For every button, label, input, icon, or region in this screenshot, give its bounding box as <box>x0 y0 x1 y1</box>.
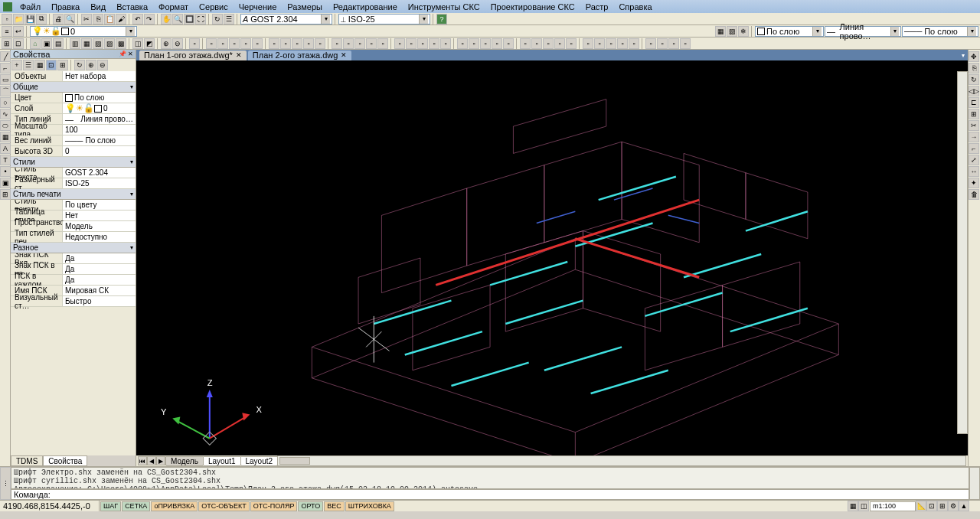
prop-value[interactable]: ─── По слою <box>62 135 136 145</box>
mtext-icon[interactable]: T <box>0 155 11 165</box>
layeriso-icon[interactable]: ▦ <box>715 26 726 37</box>
layerprev-icon[interactable]: ↩ <box>13 26 24 37</box>
fillet-icon[interactable]: ⌐ <box>969 143 979 154</box>
prop-value[interactable]: GOST 2.304 <box>62 168 136 178</box>
lineweight-combo[interactable]: ─── По слою ▾ <box>902 26 978 37</box>
dwg-tab-1[interactable]: План 1-ого этажа.dwg*✕ <box>139 51 247 60</box>
prop-tool-1[interactable]: + <box>11 60 22 70</box>
prop-value[interactable]: Быстро <box>62 296 136 306</box>
menu-file[interactable]: Файл <box>15 2 45 12</box>
props-icon[interactable]: ☰ <box>224 14 234 24</box>
tool-41[interactable]: ▫ <box>520 38 531 49</box>
explode-icon[interactable]: ✦ <box>969 178 979 188</box>
status-отс-объект[interactable]: ОТС-ОБЪЕКТ <box>198 501 249 511</box>
extend-icon[interactable]: → <box>969 132 979 142</box>
tool-22[interactable]: ▫ <box>280 38 291 49</box>
help-icon[interactable]: ? <box>436 14 447 24</box>
menu-service[interactable]: Сервис <box>194 2 233 12</box>
scale-display[interactable]: m1:100 <box>870 501 916 511</box>
command-prompt[interactable]: Команда: <box>11 489 969 500</box>
color-combo[interactable]: По слою ▾ <box>755 26 824 37</box>
dimstyle-combo[interactable]: ⟂ ISO-25 ▾ <box>338 14 430 24</box>
tool-13[interactable]: ⊕ <box>161 38 172 49</box>
tool-11[interactable]: ◫ <box>132 38 143 49</box>
layerfreeze-icon[interactable]: ❄ <box>738 26 749 37</box>
tool-25[interactable]: ▫ <box>315 38 325 49</box>
tool-38[interactable]: ▫ <box>480 38 491 49</box>
status-отс-поляр[interactable]: ОТС-ПОЛЯР <box>250 501 298 511</box>
tabs-dropdown-icon[interactable]: ▾ <box>962 52 968 59</box>
prop-category[interactable]: Стили <box>11 157 136 168</box>
rotate-icon[interactable]: ↻ <box>969 74 979 85</box>
horizontal-scrollbar[interactable] <box>277 455 966 466</box>
menu-sks-design[interactable]: Проектирование СКС <box>486 2 580 12</box>
new-icon[interactable]: ▫ <box>2 14 12 24</box>
tool-12[interactable]: ◩ <box>144 38 155 49</box>
ellipse-icon[interactable]: ⬭ <box>0 120 11 131</box>
tool-31[interactable]: ▫ <box>394 38 405 49</box>
scale-icon[interactable]: ⤢ <box>969 155 979 165</box>
tool-43[interactable]: ▫ <box>543 38 554 49</box>
prop-value[interactable]: — Линия прово… <box>62 114 136 124</box>
status-шаг[interactable]: ШАГ <box>100 501 121 511</box>
cut-icon[interactable]: ✂ <box>81 14 92 24</box>
textstyle-combo[interactable]: A GOST 2.304 ▾ <box>240 14 332 24</box>
tool-36[interactable]: ▫ <box>457 38 468 49</box>
copy2-icon[interactable]: ⎘ <box>969 63 979 73</box>
tool-9[interactable]: ▨ <box>104 38 115 49</box>
status-icon-7[interactable]: ▲ <box>959 501 969 511</box>
tool-26[interactable]: ▫ <box>332 38 342 49</box>
prop-value[interactable]: Мировая СК <box>62 286 136 295</box>
line-icon[interactable]: ╱ <box>0 51 11 62</box>
layout1-tab[interactable]: Layout1 <box>203 456 241 466</box>
menu-view[interactable]: Вид <box>86 2 110 12</box>
tab-tdms[interactable]: TDMS <box>11 455 43 466</box>
tool-50[interactable]: ▫ <box>629 38 639 49</box>
tool-18[interactable]: ▫ <box>229 38 240 49</box>
redo-icon[interactable]: ↷ <box>144 14 155 24</box>
tool-40[interactable]: ▫ <box>503 38 514 49</box>
prop-value[interactable]: 100 <box>62 125 136 135</box>
status-штриховка[interactable]: ШТРИХОВКА <box>345 501 394 511</box>
array-icon[interactable]: ⊞ <box>969 109 979 119</box>
stretch-icon[interactable]: ↔ <box>969 166 979 177</box>
paste-icon[interactable]: 📋 <box>104 14 115 24</box>
tool-35[interactable]: ▫ <box>440 38 451 49</box>
tool-42[interactable]: ▫ <box>531 38 542 49</box>
circle-icon[interactable]: ○ <box>0 97 11 108</box>
cmd-handle-icon[interactable]: ⋮ <box>0 467 11 500</box>
table-icon[interactable]: ⊞ <box>0 189 11 200</box>
saveall-icon[interactable]: ⧉ <box>36 14 47 24</box>
prop-value[interactable]: По слою <box>62 93 136 103</box>
prop-value[interactable]: 💡☀🔓0 <box>62 103 136 113</box>
cmd-vscroll[interactable] <box>969 467 980 500</box>
status-вес[interactable]: ВЕС <box>324 501 345 511</box>
tool-27[interactable]: ▫ <box>343 38 354 49</box>
linetype-combo[interactable]: — Линия прово… ▾ <box>825 26 901 37</box>
close-icon[interactable]: ✕ <box>341 51 347 59</box>
tool-32[interactable]: ▫ <box>406 38 416 49</box>
open-icon[interactable]: 📁 <box>13 14 24 24</box>
prop-category[interactable]: Стиль печати <box>11 189 136 200</box>
status-icon-4[interactable]: ⊡ <box>926 501 937 511</box>
tool-48[interactable]: ▫ <box>606 38 616 49</box>
tool-14[interactable]: ⊖ <box>172 38 183 49</box>
menu-edit[interactable]: Правка <box>47 2 84 12</box>
coordinates[interactable]: 4190.468,8154.4425,-0 <box>0 501 100 511</box>
tool-47[interactable]: ▫ <box>594 38 605 49</box>
menu-raster[interactable]: Растр <box>581 2 613 12</box>
undo-icon[interactable]: ↶ <box>132 14 143 24</box>
menu-sks-tools[interactable]: Инструменты СКС <box>403 2 485 12</box>
zoomext-icon[interactable]: ⛶ <box>195 14 206 24</box>
regen-icon[interactable]: ↻ <box>212 14 223 24</box>
prop-tool-8[interactable]: ⊖ <box>97 60 108 70</box>
tool-39[interactable]: ▫ <box>492 38 502 49</box>
tool-45[interactable]: ▫ <box>566 38 577 49</box>
tool-15[interactable]: ▫ <box>189 38 200 49</box>
tool-44[interactable]: ▫ <box>554 38 565 49</box>
tool-17[interactable]: ▫ <box>217 38 228 49</box>
polyline-icon[interactable]: ⌐ <box>0 63 11 73</box>
prop-category[interactable]: Разное <box>11 243 136 253</box>
prop-tool-5[interactable]: ⊞ <box>57 60 68 70</box>
layout2-tab[interactable]: Layout2 <box>240 456 279 466</box>
